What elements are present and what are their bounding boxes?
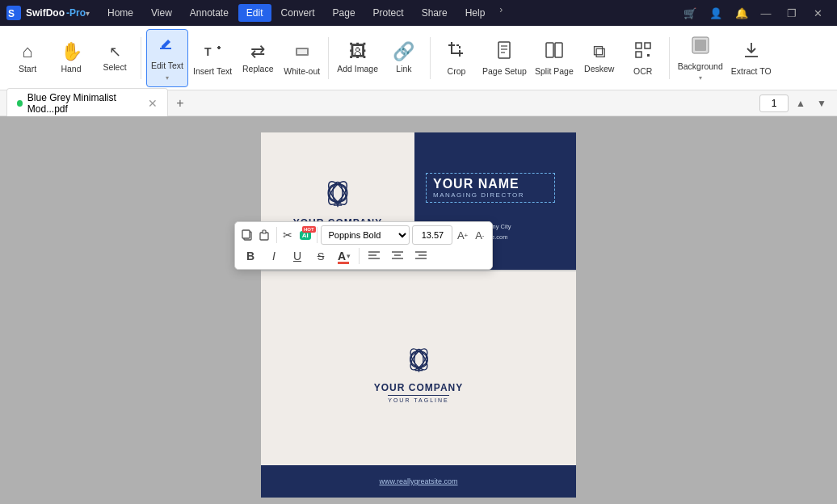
decrease-font-size-button[interactable]: A- bbox=[473, 225, 487, 245]
tool-replace-label: Replace bbox=[242, 64, 274, 74]
app-brand-name: SwifDoo bbox=[26, 7, 65, 19]
font-color-button[interactable]: A ▾ bbox=[334, 246, 355, 266]
tool-split-page[interactable]: Split Page bbox=[532, 29, 577, 87]
hot-badge: HOT bbox=[302, 226, 316, 233]
page-navigation: ▲ ▼ bbox=[759, 94, 831, 112]
canvas-area[interactable]: YOUR COMPANY YOUR TAGLINE YOUR NAME MANA… bbox=[0, 116, 837, 504]
tool-replace[interactable]: ⇄ Replace bbox=[237, 29, 279, 87]
minimize-button[interactable]: — bbox=[753, 0, 779, 26]
brand-dropdown-icon[interactable]: ▾ bbox=[86, 9, 90, 18]
tool-page-setup-label: Page Setup bbox=[482, 66, 527, 77]
color-dropdown-icon: ▾ bbox=[347, 252, 351, 260]
nav-help[interactable]: Help bbox=[457, 4, 494, 22]
tool-edit-text[interactable]: Edit Text ▾ bbox=[146, 29, 188, 87]
svg-rect-7 bbox=[297, 49, 307, 54]
title-bar-controls: 🛒 👤 🔔 bbox=[679, 4, 753, 22]
tab-bar: Blue Grey Minimalist Mod...pdf ✕ + ▲ ▼ bbox=[0, 90, 837, 116]
add-image-icon: 🖼 bbox=[349, 43, 367, 61]
nav-edit[interactable]: Edit bbox=[238, 4, 271, 22]
nav-convert[interactable]: Convert bbox=[273, 4, 323, 22]
align-center-button[interactable] bbox=[387, 246, 408, 266]
tool-extract-to-label: Extract TO bbox=[731, 66, 772, 77]
toolbar-sep-1 bbox=[276, 227, 277, 243]
ai-button[interactable]: AI HOT bbox=[298, 225, 313, 245]
nav-protect[interactable]: Protect bbox=[365, 4, 412, 22]
page-up-button[interactable]: ▲ bbox=[792, 94, 810, 112]
paste-button[interactable] bbox=[257, 225, 271, 245]
window-controls: — ❐ ✕ bbox=[753, 0, 831, 26]
hand-icon: ✋ bbox=[61, 43, 82, 61]
restore-button[interactable]: ❐ bbox=[779, 0, 805, 26]
tab-add-button[interactable]: + bbox=[171, 94, 189, 112]
tool-start[interactable]: ⌂ Start bbox=[6, 29, 48, 87]
nav-more-icon[interactable]: › bbox=[494, 4, 507, 22]
nav-home[interactable]: Home bbox=[99, 4, 141, 22]
cart-icon[interactable]: 🛒 bbox=[679, 4, 701, 22]
company-logo-icon bbox=[313, 165, 362, 209]
tool-page-setup[interactable]: Page Setup bbox=[479, 29, 530, 87]
white-out-icon bbox=[292, 41, 312, 63]
font-size-input[interactable] bbox=[412, 225, 452, 245]
tool-extract-to[interactable]: Extract TO bbox=[728, 29, 775, 87]
tool-white-out[interactable]: White-out bbox=[280, 29, 323, 87]
tab-document[interactable]: Blue Grey Minimalist Mod...pdf ✕ bbox=[6, 88, 168, 118]
tool-background[interactable]: Background ▾ bbox=[675, 29, 726, 87]
increase-font-size-button[interactable]: A+ bbox=[455, 225, 469, 245]
background-dropdown-arrow: ▾ bbox=[699, 74, 702, 82]
svg-rect-14 bbox=[636, 43, 641, 48]
tool-ocr[interactable]: OCR bbox=[622, 29, 664, 87]
user-icon[interactable]: 👤 bbox=[705, 4, 727, 22]
font-family-select[interactable]: Poppins Bold Arial Times New Roman bbox=[321, 225, 410, 245]
tool-add-image[interactable]: 🖼 Add Image bbox=[334, 29, 381, 87]
italic-button[interactable]: I bbox=[263, 246, 284, 266]
tool-deskew[interactable]: ⧉ Deskew bbox=[578, 29, 620, 87]
company-logo-icon-2 bbox=[397, 334, 441, 374]
bell-icon[interactable]: 🔔 bbox=[730, 4, 753, 22]
your-name-text: YOUR NAME bbox=[433, 177, 548, 191]
toolbar-sep-2 bbox=[317, 227, 318, 243]
close-button[interactable]: ✕ bbox=[805, 0, 831, 26]
tab-close-icon[interactable]: ✕ bbox=[148, 97, 158, 110]
select-icon: ↖ bbox=[109, 44, 121, 59]
tool-link[interactable]: 🔗 Link bbox=[383, 29, 425, 87]
page-down-button[interactable]: ▼ bbox=[813, 94, 831, 112]
tool-hand[interactable]: ✋ Hand bbox=[50, 29, 92, 87]
ai-badge: AI HOT bbox=[300, 231, 311, 240]
tool-white-out-label: White-out bbox=[284, 66, 320, 77]
align-left-button[interactable] bbox=[364, 246, 385, 266]
tool-edit-text-label: Edit Text bbox=[151, 61, 183, 71]
app-brand-suffix: -Pro bbox=[66, 7, 86, 19]
extract-to-icon bbox=[742, 40, 761, 63]
strikethrough-button[interactable]: S bbox=[310, 246, 331, 266]
tool-deskew-label: Deskew bbox=[584, 64, 614, 74]
svg-rect-12 bbox=[546, 43, 553, 57]
underline-button[interactable]: U bbox=[287, 246, 308, 266]
nav-page[interactable]: Page bbox=[325, 4, 364, 22]
color-underline bbox=[338, 262, 349, 264]
deskew-icon: ⧉ bbox=[593, 43, 606, 61]
svg-rect-8 bbox=[498, 42, 510, 58]
tool-ocr-label: OCR bbox=[633, 66, 652, 77]
align-right-button[interactable] bbox=[410, 246, 431, 266]
tool-split-page-label: Split Page bbox=[535, 66, 574, 77]
pdf-footer: www.reallygreatsite.com bbox=[261, 465, 576, 498]
tool-insert-text[interactable]: T Insert Text bbox=[190, 29, 235, 87]
toolbar-separator-3 bbox=[430, 37, 431, 79]
toolbar-sep-3 bbox=[359, 248, 360, 264]
nav-annotate[interactable]: Annotate bbox=[182, 4, 237, 22]
tab-saved-indicator bbox=[17, 100, 23, 107]
tool-start-label: Start bbox=[19, 64, 36, 74]
copy-button[interactable] bbox=[240, 225, 254, 245]
tool-add-image-label: Add Image bbox=[337, 64, 378, 74]
toolbar-separator-2 bbox=[328, 37, 329, 79]
bold-button[interactable]: B bbox=[240, 246, 261, 266]
tool-background-label: Background bbox=[678, 61, 723, 72]
nav-view[interactable]: View bbox=[143, 4, 180, 22]
tool-select[interactable]: ↖ Select bbox=[94, 29, 136, 87]
page-number-input[interactable] bbox=[759, 94, 789, 112]
nav-share[interactable]: Share bbox=[414, 4, 456, 22]
cut-button[interactable]: ✂ bbox=[280, 225, 295, 245]
tool-crop[interactable]: Crop bbox=[435, 29, 477, 87]
format-toolbar-row-1: ✂ AI HOT Poppins Bold Arial Times New Ro… bbox=[240, 225, 487, 245]
text-format-toolbar: ✂ AI HOT Poppins Bold Arial Times New Ro… bbox=[234, 221, 493, 270]
